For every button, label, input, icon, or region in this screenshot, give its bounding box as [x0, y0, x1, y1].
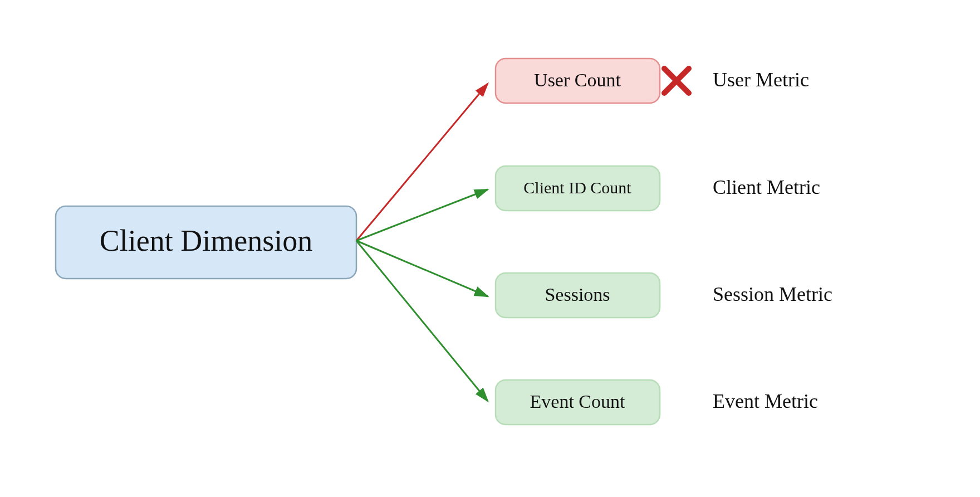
target-node-client-id-count: Client ID Count: [496, 166, 660, 211]
target-node-user-count: User Count: [496, 59, 660, 103]
metric-label-client: Client Metric: [713, 176, 820, 198]
metric-label-session: Session Metric: [713, 283, 832, 305]
metric-label-event: Event Metric: [713, 390, 818, 412]
arrow-to-client-id-count: [356, 189, 488, 241]
target-label-user-count: User Count: [534, 70, 621, 90]
source-label: Client Dimension: [100, 224, 312, 257]
target-label-event-count: Event Count: [530, 391, 625, 412]
arrow-to-user-count: [356, 84, 488, 241]
target-node-sessions: Sessions: [496, 273, 660, 318]
x-icon: [664, 69, 689, 93]
target-label-sessions: Sessions: [545, 284, 610, 305]
target-node-event-count: Event Count: [496, 380, 660, 425]
metric-label-user: User Metric: [713, 69, 809, 91]
source-node: Client Dimension: [56, 206, 356, 279]
arrow-to-event-count: [356, 241, 488, 401]
arrow-to-sessions: [356, 241, 488, 296]
target-label-client-id-count: Client ID Count: [523, 178, 631, 197]
